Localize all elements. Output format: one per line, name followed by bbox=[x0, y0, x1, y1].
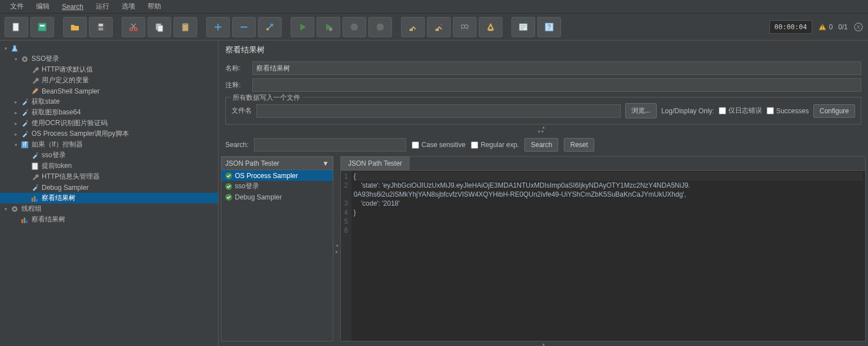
name-input[interactable] bbox=[252, 61, 861, 75]
paste-button[interactable] bbox=[173, 17, 197, 37]
svg-rect-36 bbox=[34, 196, 35, 202]
help-button[interactable]: ? bbox=[537, 17, 561, 37]
menu-run[interactable]: 运行 bbox=[90, 0, 115, 14]
regex-checkbox[interactable]: Regular exp. bbox=[471, 141, 519, 149]
expand-icon[interactable] bbox=[853, 22, 863, 32]
save-button[interactable] bbox=[89, 17, 113, 37]
tree-toggle[interactable] bbox=[23, 163, 29, 170]
result-label: Debug Sampler bbox=[235, 193, 282, 201]
success-checkbox[interactable]: Successes bbox=[767, 107, 809, 115]
open-button[interactable] bbox=[63, 17, 87, 37]
result-icon bbox=[30, 194, 39, 203]
menu-edit[interactable]: 编辑 bbox=[30, 0, 55, 14]
tree-item[interactable]: 用户定义的变量 bbox=[0, 75, 218, 86]
menu-help[interactable]: 帮助 bbox=[142, 0, 167, 14]
tree-toggle[interactable]: ▾ bbox=[12, 141, 19, 148]
tree-item[interactable]: ▾SSO登录 bbox=[0, 54, 218, 64]
menu-file[interactable]: 文件 bbox=[5, 0, 29, 14]
tree-toggle[interactable] bbox=[23, 152, 29, 159]
toggle-button[interactable] bbox=[258, 17, 282, 37]
tree-item[interactable]: HTTP请求默认值 bbox=[0, 64, 218, 75]
add-button[interactable] bbox=[206, 17, 230, 37]
tree-toggle[interactable] bbox=[23, 195, 29, 202]
comment-input[interactable] bbox=[252, 78, 861, 92]
success-icon bbox=[225, 193, 233, 201]
drag-handle[interactable] bbox=[219, 341, 868, 346]
tree-toggle[interactable] bbox=[23, 66, 29, 73]
result-item[interactable]: OS Process Sampler bbox=[221, 170, 333, 181]
vertical-splitter[interactable]: ◂ ▸ bbox=[333, 156, 340, 341]
clear-search-button[interactable] bbox=[479, 17, 502, 37]
tree-toggle[interactable] bbox=[23, 174, 29, 180]
dropper-icon bbox=[20, 130, 29, 139]
comment-label: 注释: bbox=[225, 81, 248, 90]
tab-json-path-tester[interactable]: JSON Path Tester bbox=[341, 157, 409, 170]
menu-search[interactable]: Search bbox=[56, 1, 89, 13]
search-button[interactable] bbox=[453, 17, 477, 37]
tree-label: OS Process Sampler调用py脚本 bbox=[30, 129, 129, 139]
shutdown-button[interactable] bbox=[368, 17, 392, 37]
cut-button[interactable] bbox=[122, 17, 145, 37]
tree-toggle[interactable]: ▾ bbox=[12, 56, 19, 63]
case-sensitive-checkbox[interactable]: Case sensitive bbox=[412, 141, 465, 149]
tree-toggle[interactable] bbox=[12, 216, 19, 223]
run-button[interactable] bbox=[291, 17, 314, 37]
tree-item[interactable]: HTTP信息头管理器 bbox=[0, 171, 218, 182]
tree-item[interactable]: ▸使用OCR识别图片验证码 bbox=[0, 118, 218, 128]
search-input[interactable] bbox=[254, 138, 406, 152]
renderer-dropdown[interactable]: JSON Path Tester ▼ bbox=[221, 157, 333, 170]
tree-toggle[interactable]: ▸ bbox=[12, 99, 19, 105]
remove-button[interactable] bbox=[232, 17, 256, 37]
browse-button[interactable]: 浏览... bbox=[625, 103, 657, 118]
result-list[interactable]: OS Process Samplersso登录Debug Sampler bbox=[221, 170, 333, 341]
test-plan-tree[interactable]: ▾▾SSO登录HTTP请求默认值用户定义的变量BeanShell Sampler… bbox=[0, 41, 219, 346]
run-noclear-button[interactable] bbox=[317, 17, 340, 37]
clear-button[interactable] bbox=[401, 17, 425, 37]
tree-item[interactable]: sso登录 bbox=[0, 150, 218, 161]
response-code-area[interactable]: 123456 { 'state': 'eyJhbGciOiJIUzUxMiJ9.… bbox=[341, 171, 865, 341]
tree-toggle[interactable]: ▸ bbox=[12, 131, 19, 137]
tree-item[interactable]: ▸获取图形base64 bbox=[0, 107, 218, 118]
menu-options[interactable]: 选项 bbox=[116, 0, 141, 14]
thread-count: 0/1 bbox=[838, 23, 848, 31]
stop-button[interactable] bbox=[342, 17, 366, 37]
tree-item[interactable]: ▸OS Process Sampler调用py脚本 bbox=[0, 128, 218, 139]
result-label: sso登录 bbox=[235, 181, 259, 191]
tree-item[interactable]: ▾线程组 bbox=[0, 203, 218, 214]
clear-all-button[interactable] bbox=[427, 17, 451, 37]
tree-item[interactable]: Debug Sampler bbox=[0, 182, 218, 193]
gear-icon bbox=[20, 55, 29, 64]
configure-button[interactable]: Configure bbox=[813, 104, 855, 118]
errors-checkbox[interactable]: 仅日志错误 bbox=[719, 106, 762, 116]
tree-item[interactable]: 察看结果树 bbox=[0, 214, 218, 225]
function-button[interactable] bbox=[511, 17, 535, 37]
tree-item[interactable]: ▾ bbox=[0, 43, 218, 54]
tree-toggle[interactable] bbox=[23, 88, 29, 95]
reset-button[interactable]: Reset bbox=[564, 138, 594, 152]
drag-handle[interactable] bbox=[536, 129, 547, 134]
tree-label: 察看结果树 bbox=[41, 193, 75, 203]
dropper-icon bbox=[30, 183, 39, 192]
tree-toggle[interactable] bbox=[23, 77, 29, 84]
fieldset-legend: 所有数据写入一个文件 bbox=[230, 93, 302, 103]
tree-toggle[interactable]: ▾ bbox=[2, 206, 9, 212]
copy-button[interactable] bbox=[148, 17, 171, 37]
filename-input[interactable] bbox=[256, 104, 621, 118]
logdisplay-label: Log/Display Only: bbox=[661, 107, 714, 115]
tree-item[interactable]: ▾if如果（If）控制器 bbox=[0, 139, 218, 150]
tree-item[interactable]: 提前token bbox=[0, 161, 218, 171]
tree-item[interactable]: ▸获取state bbox=[0, 96, 218, 107]
tree-toggle[interactable] bbox=[23, 184, 29, 191]
tree-toggle[interactable]: ▾ bbox=[2, 45, 9, 52]
tree-item[interactable]: 察看结果树 bbox=[0, 193, 218, 203]
tree-toggle[interactable]: ▸ bbox=[12, 120, 19, 127]
search-submit-button[interactable]: Search bbox=[524, 138, 558, 152]
code-content: { 'state': 'eyJhbGciOiJIUzUxMiJ9.eyJleHA… bbox=[351, 171, 865, 341]
tree-toggle[interactable]: ▸ bbox=[12, 109, 19, 116]
templates-button[interactable] bbox=[30, 17, 54, 37]
svg-text:?: ? bbox=[547, 23, 551, 31]
new-button[interactable] bbox=[5, 17, 28, 37]
tree-item[interactable]: BeanShell Sampler bbox=[0, 86, 218, 96]
result-item[interactable]: Debug Sampler bbox=[221, 192, 333, 202]
result-item[interactable]: sso登录 bbox=[221, 181, 333, 192]
